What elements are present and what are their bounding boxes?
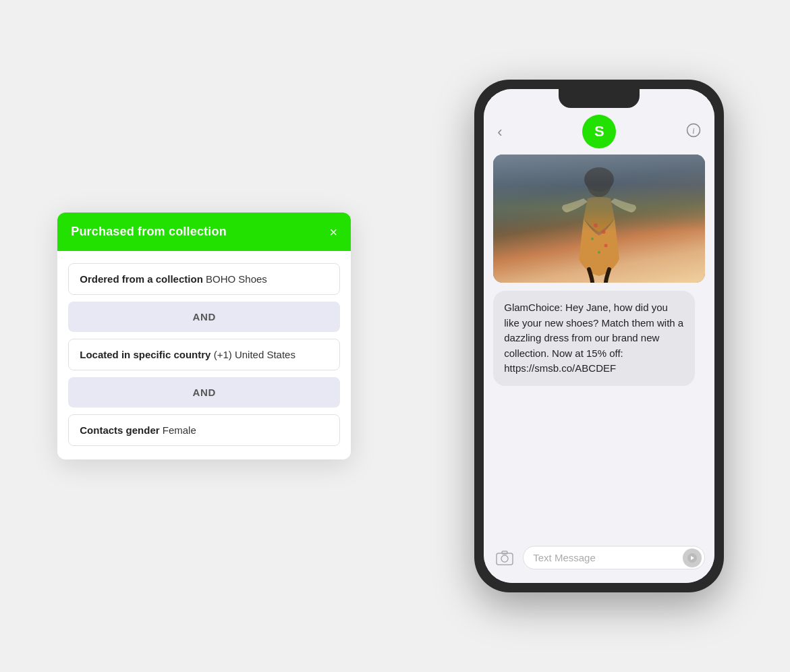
send-button[interactable] — [683, 549, 702, 567]
filter-card-header: Purchased from collection × — [57, 213, 351, 251]
filter-label-country: Located in specific country — [80, 349, 210, 360]
svg-point-6 — [591, 237, 594, 240]
svg-point-10 — [501, 555, 508, 562]
message-bubble: GlamChoice: Hey Jane, how did you like y… — [493, 291, 694, 386]
text-message-input[interactable]: Text Message — [523, 546, 705, 569]
filter-row-country[interactable]: Located in specific country (+1) United … — [68, 339, 340, 370]
filter-value-ordered-val: BOHO Shoes — [206, 273, 267, 285]
camera-button[interactable] — [493, 547, 516, 569]
avatar: S — [582, 115, 616, 148]
svg-point-8 — [598, 251, 600, 254]
and-row-2[interactable]: AND — [68, 377, 340, 408]
left-panel: Purchased from collection × Ordered from… — [29, 0, 380, 672]
phone-screen: ‹ S i — [484, 89, 714, 583]
filter-value-gender-val: Female — [163, 424, 196, 436]
filter-card-title: Purchased from collection — [71, 225, 227, 239]
filter-card: Purchased from collection × Ordered from… — [57, 213, 351, 459]
phone-content: GlamChoice: Hey Jane, how did you like y… — [484, 148, 714, 539]
filter-card-body: Ordered from a collection BOHO Shoes AND… — [57, 251, 351, 459]
svg-rect-11 — [502, 551, 507, 554]
svg-point-7 — [604, 244, 608, 248]
text-input-wrapper: Text Message — [523, 546, 705, 569]
filter-label-gender: Contacts gender — [80, 424, 159, 436]
phone-notch — [559, 89, 640, 108]
filter-row-ordered[interactable]: Ordered from a collection BOHO Shoes — [68, 263, 340, 295]
close-button[interactable]: × — [330, 225, 338, 239]
phone-mockup: ‹ S i — [474, 80, 724, 592]
right-panel: ‹ S i — [437, 0, 761, 672]
info-button[interactable]: i — [686, 123, 701, 141]
svg-text:i: i — [693, 126, 695, 136]
filter-label-ordered: Ordered from a collection — [80, 273, 203, 285]
filter-row-gender[interactable]: Contacts gender Female — [68, 414, 340, 446]
filter-value-country-val: (+1) United States — [214, 349, 295, 360]
back-button[interactable]: ‹ — [497, 125, 502, 140]
message-text: GlamChoice: Hey Jane, how did you like y… — [504, 302, 683, 374]
image-background — [493, 155, 705, 283]
and-row-1[interactable]: AND — [68, 302, 340, 332]
text-input-placeholder: Text Message — [533, 552, 596, 563]
promo-image — [493, 155, 705, 283]
phone-footer: Text Message — [484, 539, 714, 583]
